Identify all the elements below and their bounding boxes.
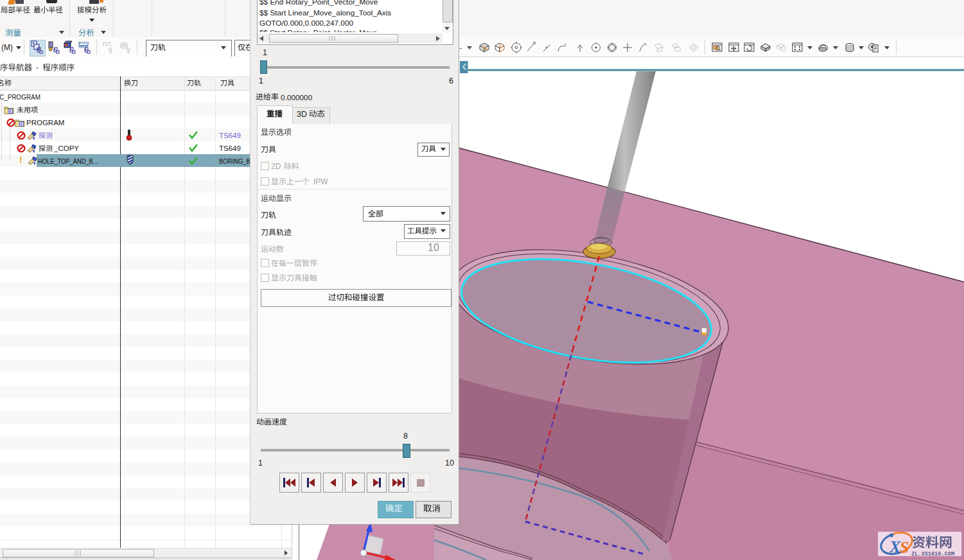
svg-text:S: S (900, 538, 909, 557)
svg-text:ZL.XS1616.COM: ZL.XS1616.COM (911, 551, 954, 557)
